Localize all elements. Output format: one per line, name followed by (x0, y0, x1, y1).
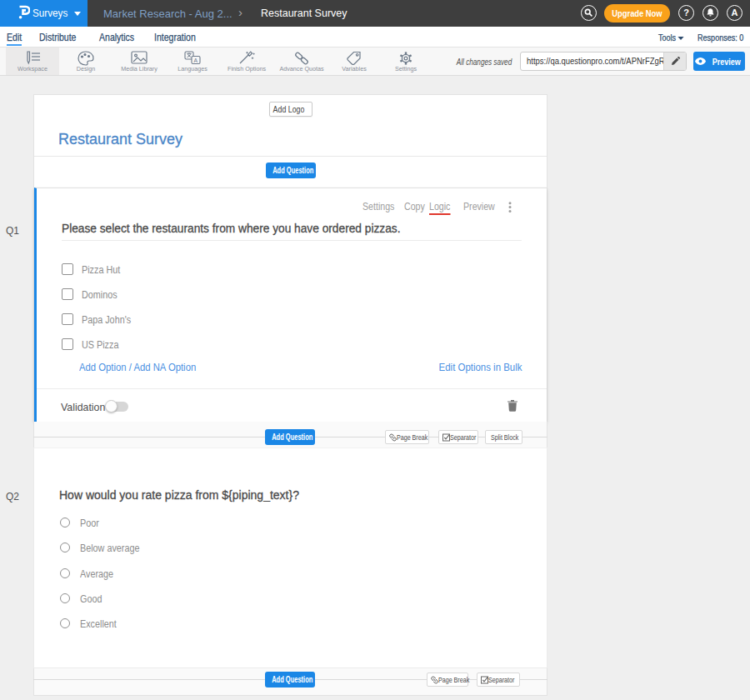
svg-text:A: A (194, 58, 198, 63)
